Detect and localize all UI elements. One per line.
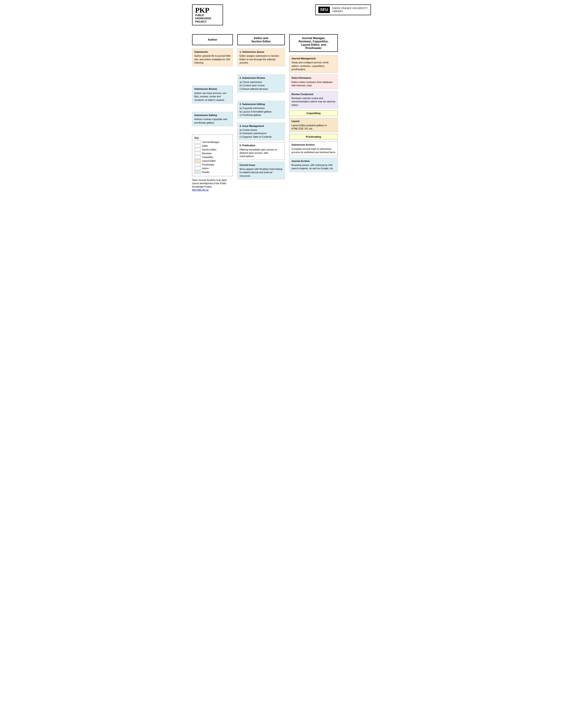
box-submission-editing-editor: 3. Submission Editing a) Copyedit submis… [237, 101, 285, 119]
col-editor: Editor andSection Editor 1. Submission Q… [237, 34, 285, 181]
box-select-reviewers-title: Select Reviewers [292, 76, 336, 80]
key-label-reviewer: Reviewer [202, 152, 212, 155]
col-author-header: Author [192, 34, 233, 45]
box-submission: Submission Author uploads file to journa… [192, 49, 233, 66]
note-text: Open Journal Systems is an open source d… [192, 178, 233, 191]
box-submission-body: Author uploads file to journal Web site,… [194, 54, 231, 64]
box-submission-review-author: Submission Review Author can track proce… [192, 86, 233, 103]
box-journal-management: Journal Management Setup and configure j… [289, 55, 338, 73]
box-publication-body: Offering immediate open access or delaye… [239, 148, 277, 158]
key-swatch-journal-manager [194, 141, 201, 144]
key-item-reviewer: Reviewer [194, 152, 230, 155]
key-item-layout-editor: Layout Editor [194, 159, 230, 162]
box-submission-editing-body: Authors reviews copyedits and proofreads… [194, 118, 227, 124]
key-swatch-reviewer [194, 152, 201, 155]
box-journal-archive-body: Browsing issues, with indexing by OAI se… [292, 164, 334, 170]
box-layout-body: Layout Editor prepares galleys in HTML,P… [292, 124, 327, 130]
page-header: PKP PUBLIC KNOWLEDGE PROJECT SFU SIMON F… [192, 4, 371, 28]
box-submission-archive-title: Submission Archive [292, 143, 336, 146]
box-submission-title: Submission [194, 50, 231, 54]
key-label-reader: Reader [202, 171, 209, 173]
pkp-logo: PKP PUBLIC KNOWLEDGE PROJECT [192, 4, 223, 25]
sfu-subtitle: SIMON FRASER UNIVERSITY LIBRARY [332, 7, 368, 13]
box-publication-title: 5. Publication [239, 144, 283, 147]
box-submission-editing-title: Submission Editing [194, 114, 231, 117]
key-label-layout-editor: Layout Editor [202, 159, 216, 162]
key-item-author: Author [194, 167, 230, 170]
key-box: Key Journal Manager Editor Section Edito… [192, 135, 233, 176]
box-submission-review-editor-body: a) Check submissionb) Conduct peer revie… [239, 81, 268, 90]
box-current-issue: Current Issue Items appear with Reading … [237, 162, 285, 180]
key-swatch-proofreader [194, 163, 201, 166]
key-swatch-layout-editor [194, 159, 201, 162]
col-author: Author Submission Author uploads file to… [192, 34, 233, 191]
box-layout-title: Layout [292, 120, 336, 123]
key-label-copyeditor: Copyeditor [202, 156, 213, 158]
col-roles: Journal Manager,Reviewer, Copyeditor,Lay… [289, 34, 338, 174]
key-label-journal-manager: Journal Manager [202, 141, 219, 143]
key-item-section-editor: Section Editor [194, 148, 230, 151]
box-publication: 5. Publication Offering immediate open a… [237, 142, 285, 160]
box-submission-editing-editor-body: a) Copyedit submissionb) Layout of forma… [239, 107, 271, 116]
box-layout: Layout Layout Editor prepares galleys in… [289, 118, 338, 132]
key-item-proofreader: Proofreader [194, 163, 230, 166]
key-item-reader: Reader [194, 171, 230, 174]
key-item-editor: Editor [194, 144, 230, 147]
key-swatch-editor [194, 144, 201, 147]
box-submission-review-body: Author can track process, see files, rev… [194, 92, 226, 101]
box-submission-review-editor: 2. Submission Review a) Check submission… [237, 75, 285, 92]
box-submission-queue: 1. Submission Queue Editor assigns submi… [237, 49, 285, 66]
box-select-reviewers: Select Reviewers Editor invites reviewer… [289, 75, 338, 89]
box-submission-review-title: Submission Review [194, 87, 231, 91]
col-roles-header: Journal Manager,Reviewer, Copyeditor,Lay… [289, 34, 338, 52]
copyediting-label: Copyediting [289, 110, 338, 116]
key-swatch-section-editor [194, 148, 201, 151]
sfu-box-text: SFU [319, 7, 330, 13]
key-item-copyeditor: Copyeditor [194, 156, 230, 159]
box-select-reviewers-body: Editor invites reviewers from database w… [292, 81, 333, 87]
note-link[interactable]: http://pkp.sfu.ca [192, 188, 208, 191]
box-submission-queue-title: 1. Submission Queue [239, 50, 283, 54]
box-review-conducted: Review Conducted Reviewer submits review… [289, 91, 338, 109]
key-swatch-reader [194, 171, 201, 174]
key-label-section-editor: Section Editor [202, 148, 216, 151]
sfu-logo: SFU SIMON FRASER UNIVERSITY LIBRARY [315, 4, 371, 15]
box-submission-archive: Submission Archive Complete records kept… [289, 141, 338, 156]
box-journal-management-title: Journal Management [292, 57, 336, 60]
key-label-proofreader: Proofreader [202, 163, 214, 166]
box-submission-editing-editor-title: 3. Submission Editing [239, 103, 283, 106]
box-issue-management-title: 4. Issue Management [239, 124, 283, 128]
box-issue-management: 4. Issue Management a) Create issuesb) S… [237, 123, 285, 141]
box-issue-management-body: a) Create issuesb) Schedule submissionsc… [239, 129, 271, 138]
key-swatch-copyeditor [194, 156, 201, 159]
col-editor-header: Editor andSection Editor [237, 34, 285, 45]
box-review-conducted-title: Review Conducted [292, 93, 336, 96]
box-submission-review-editor-title: 2. Submission Review [239, 76, 283, 80]
box-journal-archive: Journal Archive Browsing issues, with in… [289, 158, 338, 172]
box-journal-management-body: Setup and configure journal; enroll edit… [292, 61, 329, 71]
box-review-conducted-body: Reviewer submits review and recommendati… [292, 97, 336, 106]
box-submission-queue-body: Editor assigns submission to Section Edi… [239, 54, 279, 64]
box-current-issue-body: Items appear with Reading Tools linking … [239, 168, 283, 177]
box-current-issue-title: Current Issue [239, 163, 283, 167]
box-submission-archive-body: Complete records kept of submission proc… [292, 148, 336, 154]
box-submission-editing-author: Submission Editing Authors reviews copye… [192, 112, 233, 126]
pkp-big-text: PKP [195, 7, 209, 14]
key-item-journal-manager: Journal Manager [194, 141, 230, 144]
key-label-editor: Editor [202, 144, 208, 147]
key-swatch-author [194, 167, 201, 170]
key-label-author: Author [202, 167, 209, 170]
main-content: Author Submission Author uploads file to… [192, 34, 371, 191]
pkp-subtitle: PUBLIC KNOWLEDGE PROJECT [195, 14, 220, 23]
proofreading-label: Proofreading [289, 134, 338, 140]
box-journal-archive-title: Journal Archive [292, 159, 336, 163]
key-title: Key [194, 137, 230, 139]
